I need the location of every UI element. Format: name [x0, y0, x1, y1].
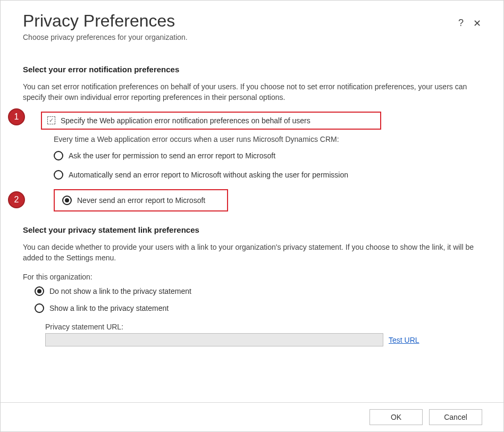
- specify-checkbox-row[interactable]: ✓ Specify the Web application error noti…: [41, 112, 381, 130]
- specify-checkbox-label: Specify the Web application error notifi…: [61, 116, 310, 125]
- radio-no-show-label: Do not show a link to the privacy statem…: [49, 287, 191, 295]
- radio-never-label: Never send an error report to Microsoft: [77, 196, 205, 205]
- dialog-footer: OK Cancel: [1, 402, 503, 431]
- help-icon[interactable]: ?: [458, 18, 464, 29]
- privacy-section-heading: Select your privacy statement link prefe…: [23, 225, 481, 234]
- page-title: Privacy Preferences: [23, 11, 188, 31]
- radio-icon[interactable]: [54, 170, 63, 180]
- privacy-section-desc: You can decide whether to provide your u…: [23, 242, 481, 264]
- radio-never[interactable]: Never send an error report to Microsoft: [55, 190, 227, 210]
- page-subtitle: Choose privacy preferences for your orga…: [23, 33, 188, 41]
- test-url-link[interactable]: Test URL: [389, 336, 419, 344]
- ok-button[interactable]: OK: [369, 409, 423, 425]
- radio-show[interactable]: Show a link to the privacy statement: [35, 303, 481, 313]
- radio-icon[interactable]: [62, 196, 72, 205]
- close-icon[interactable]: ✕: [473, 18, 481, 29]
- radio-no-show[interactable]: Do not show a link to the privacy statem…: [35, 286, 481, 296]
- radio-icon[interactable]: [35, 303, 44, 313]
- cancel-button[interactable]: Cancel: [429, 409, 482, 425]
- radio-ask[interactable]: Ask the user for permission to send an e…: [54, 151, 481, 160]
- for-org-label: For this organization:: [23, 273, 481, 281]
- radio-auto-label: Automatically send an error report to Mi…: [69, 171, 348, 179]
- radio-auto[interactable]: Automatically send an error report to Mi…: [54, 170, 481, 180]
- error-section-heading: Select your error notification preferenc…: [23, 65, 481, 74]
- checkbox-icon[interactable]: ✓: [47, 116, 55, 124]
- annotation-badge-2: 2: [8, 191, 25, 208]
- annotation-badge-1: 1: [8, 108, 25, 125]
- radio-icon[interactable]: [35, 286, 44, 296]
- error-section-desc: You can set error notification preferenc…: [23, 81, 481, 103]
- privacy-url-input[interactable]: [45, 333, 383, 346]
- url-label: Privacy statement URL:: [45, 323, 481, 331]
- radio-ask-label: Ask the user for permission to send an e…: [69, 151, 275, 160]
- radio-show-label: Show a link to the privacy statement: [49, 304, 169, 312]
- error-sub-text: Every time a Web application error occur…: [54, 135, 481, 143]
- radio-icon[interactable]: [54, 151, 63, 160]
